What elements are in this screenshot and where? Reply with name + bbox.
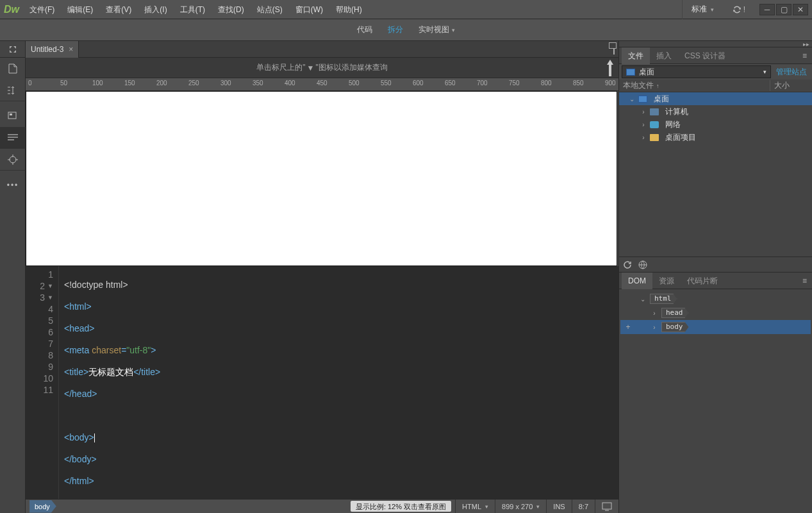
- ruler-tick: 850: [573, 80, 584, 87]
- menu-site[interactable]: 站点(S): [251, 0, 289, 19]
- restore-window-icon[interactable]: [613, 45, 615, 54]
- menu-tools[interactable]: 工具(T): [174, 0, 211, 19]
- menu-edit[interactable]: 编辑(E): [61, 0, 99, 19]
- view-live[interactable]: 实时视图 ▾: [418, 24, 455, 35]
- chevron-right-icon[interactable]: ›: [640, 108, 647, 115]
- right-panel-column: ▸▸ 文件 插入 CSS 设计器 ≡ 桌面 ▾ 管理站点 本地文件↑ 大小 ⌄桌…: [618, 41, 812, 513]
- menubar-right: 标准 ▾ ! ─ ▢ ✕: [682, 0, 812, 19]
- inspect-icon[interactable]: [0, 105, 26, 127]
- menu-view[interactable]: 查看(V): [99, 0, 138, 19]
- tree-row-网络[interactable]: ›网络: [619, 118, 812, 131]
- file-list-header[interactable]: 本地文件↑ 大小: [619, 80, 812, 92]
- tree-row-计算机[interactable]: ›计算机: [619, 105, 812, 118]
- target-icon[interactable]: [0, 149, 26, 171]
- close-icon[interactable]: ×: [69, 45, 73, 54]
- tab-assets[interactable]: 资源: [652, 273, 681, 289]
- chevron-right-icon[interactable]: ›: [650, 310, 659, 317]
- close-button[interactable]: ✕: [793, 4, 808, 15]
- chevron-right-icon[interactable]: ›: [640, 121, 647, 128]
- more-tools-icon[interactable]: •••: [0, 174, 26, 196]
- header-name-col[interactable]: 本地文件↑: [623, 80, 770, 91]
- add-node-icon[interactable]: +: [623, 323, 633, 332]
- breadcrumb-body[interactable]: body: [29, 500, 56, 513]
- tab-dom[interactable]: DOM: [622, 273, 652, 289]
- panel-menu-icon[interactable]: ≡: [800, 51, 809, 60]
- app-logo: Dw: [0, 0, 23, 19]
- ruler-tick: 450: [317, 80, 327, 87]
- manage-site-link[interactable]: 管理站点: [774, 67, 809, 78]
- chevron-down-icon: ▾: [485, 503, 488, 510]
- language-selector[interactable]: HTML ▾: [455, 500, 495, 513]
- files-panel-toolbar: [619, 256, 812, 272]
- format-icon[interactable]: [0, 127, 26, 149]
- desktop-icon: [626, 69, 635, 76]
- tab-files[interactable]: 文件: [622, 47, 650, 64]
- document-tab-label: Untitled-3: [31, 45, 63, 54]
- chevron-down-icon[interactable]: ⌄: [638, 296, 647, 303]
- panel-menu-icon[interactable]: ≡: [800, 276, 809, 285]
- dom-node-body[interactable]: +›body: [620, 320, 811, 334]
- media-marker-icon: ▼: [306, 63, 316, 72]
- collapse-panels-icon[interactable]: ▸▸: [803, 41, 809, 47]
- preview-device-icon[interactable]: [595, 500, 618, 513]
- ruler-tick: 250: [188, 80, 199, 87]
- ruler-tick: 50: [60, 80, 67, 87]
- dom-node-html[interactable]: ⌄html: [620, 292, 811, 306]
- view-code[interactable]: 代码: [357, 24, 372, 35]
- menu-insert[interactable]: 插入(I): [138, 0, 173, 19]
- alert-icon: !: [743, 5, 745, 14]
- menu-file[interactable]: 文件(F): [23, 0, 61, 19]
- new-file-icon[interactable]: [0, 58, 26, 80]
- breadcrumb[interactable]: body: [26, 500, 56, 513]
- menu-find[interactable]: 查找(D): [211, 0, 251, 19]
- svg-point-2: [10, 156, 16, 163]
- dom-tree[interactable]: ⌄html›head+›body: [619, 289, 812, 513]
- refresh-icon[interactable]: [623, 260, 632, 269]
- file-tree[interactable]: ⌄桌面›计算机›网络›桌面项目: [619, 92, 812, 256]
- workspace-switcher[interactable]: 标准 ▾: [682, 0, 723, 19]
- code-editor[interactable]: 1 2▼ 3▼ 4567891011 <!doctype html> <html…: [26, 266, 618, 499]
- menu-window[interactable]: 窗口(W): [289, 0, 329, 19]
- chevron-down-icon[interactable]: ⌄: [628, 96, 636, 103]
- viewport-dimensions[interactable]: 899 x 270 ▾: [495, 500, 546, 513]
- chevron-right-icon[interactable]: ›: [650, 324, 659, 331]
- tab-snippets[interactable]: 代码片断: [681, 273, 724, 289]
- desktop-icon: [638, 96, 647, 103]
- tree-row-桌面[interactable]: ⌄桌面: [619, 92, 812, 105]
- ruler[interactable]: 0501001502002503003504004505005506006507…: [26, 78, 618, 91]
- language-label: HTML: [462, 503, 481, 510]
- site-dropdown-label: 桌面: [639, 67, 654, 78]
- chevron-down-icon: ▾: [452, 27, 455, 33]
- chevron-down-icon: ▾: [711, 6, 714, 13]
- sync-settings-button[interactable]: !: [727, 4, 750, 15]
- media-breakpoint-marker[interactable]: [606, 59, 615, 76]
- tab-css-designer[interactable]: CSS 设计器: [678, 47, 732, 64]
- ruler-tick: 0: [28, 80, 32, 87]
- code-body[interactable]: <!doctype html> <html> <head> <meta char…: [59, 266, 618, 499]
- menu-help[interactable]: 帮助(H): [329, 0, 369, 19]
- dom-node-head[interactable]: ›head: [620, 306, 811, 320]
- document-tabs: Untitled-3 ×: [26, 41, 618, 58]
- globe-icon[interactable]: [638, 260, 647, 269]
- insert-mode[interactable]: INS: [546, 500, 571, 513]
- site-dropdown[interactable]: 桌面 ▾: [622, 65, 771, 78]
- chevron-right-icon[interactable]: ›: [640, 134, 647, 141]
- live-preview[interactable]: [26, 91, 617, 266]
- minimize-button[interactable]: ─: [759, 4, 775, 15]
- expand-panel-icon[interactable]: [0, 41, 26, 58]
- tree-row-桌面项目[interactable]: ›桌面项目: [619, 131, 812, 144]
- view-switcher: 代码 拆分 实时视图 ▾: [0, 19, 812, 41]
- computer-icon: [650, 108, 659, 115]
- document-tab[interactable]: Untitled-3 ×: [26, 41, 79, 58]
- ruler-tick: 200: [156, 80, 167, 87]
- network-icon: [650, 121, 659, 128]
- indent-icon[interactable]: [0, 80, 26, 101]
- dom-tag-label: head: [661, 308, 689, 318]
- view-split[interactable]: 拆分: [388, 24, 403, 35]
- header-size-col[interactable]: 大小: [770, 80, 808, 91]
- tab-insert[interactable]: 插入: [650, 47, 678, 64]
- hint-text-suffix: "图标以添加媒体查询: [315, 62, 387, 73]
- maximize-button[interactable]: ▢: [776, 4, 791, 15]
- left-toolbar: •••: [0, 41, 26, 513]
- zoom-info[interactable]: 显示比例: 12% 双击查看原图: [351, 501, 451, 512]
